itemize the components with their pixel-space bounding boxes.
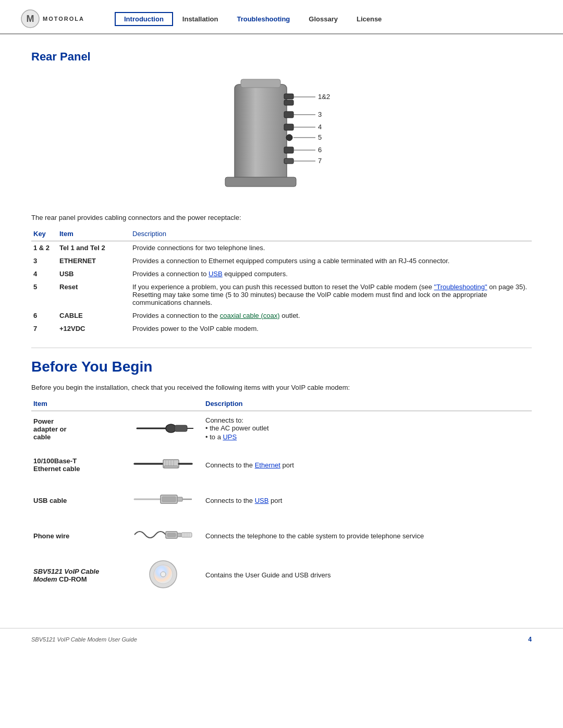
svg-rect-43 [177, 533, 181, 537]
row-desc: If you experience a problem, you can pus… [130, 280, 532, 309]
svg-text:7: 7 [318, 157, 322, 165]
svg-rect-10 [284, 147, 293, 153]
svg-rect-42 [167, 533, 176, 537]
svg-rect-11 [284, 158, 293, 164]
svg-text:1&2: 1&2 [318, 93, 330, 101]
desc-cdrom: Contains the User Guide and USB drivers [203, 553, 532, 597]
item-phone: Phone wire [31, 518, 125, 553]
row-item: Tel 1 and Tel 2 [57, 241, 130, 255]
svg-point-9 [286, 134, 292, 141]
rear-panel-diagram: 1&2 3 4 5 6 7 [182, 74, 381, 199]
img-usb [125, 483, 203, 518]
svg-text:6: 6 [318, 146, 322, 154]
table-row: USB cable Connects to the US [31, 483, 532, 518]
img-phone [125, 518, 203, 553]
svg-rect-26 [175, 425, 187, 431]
desc-ethernet: Connects to the Ethernet port [203, 447, 532, 483]
motorola-text: MOTOROLA [43, 16, 84, 22]
rear-panel-table: Key Item Description 1 & 2 Tel 1 and Tel… [31, 228, 532, 335]
table-row: SBV5121 VoIP CableModem CD-ROM [31, 553, 532, 597]
svg-rect-39 [177, 497, 182, 501]
tab-introduction[interactable]: Introduction [115, 12, 173, 26]
img-ethernet [125, 447, 203, 483]
footer-page: 4 [528, 636, 532, 643]
main-content: Rear Panel [0, 34, 563, 623]
row-item: Reset [57, 280, 130, 309]
tab-installation[interactable]: Installation [173, 12, 228, 26]
row-desc: Provides a connection to Ethernet equipp… [130, 254, 532, 267]
row-key: 1 & 2 [31, 241, 57, 255]
svg-rect-5 [284, 94, 293, 99]
table-row: Phone wire [31, 518, 532, 553]
phone-wire-image [132, 523, 194, 547]
svg-text:M: M [27, 14, 34, 24]
troubleshooting-link[interactable]: "Troubleshooting" [434, 283, 487, 291]
tab-troubleshooting[interactable]: Troubleshooting [227, 12, 299, 26]
row-desc: Provides power to the VoIP cable modem. [130, 322, 532, 335]
rear-panel-description: The rear panel provides cabling connecto… [31, 214, 532, 221]
footer-text: SBV5121 VoIP Cable Modem User Guide [31, 636, 137, 643]
row-key: 6 [31, 309, 57, 322]
img-power [125, 411, 203, 448]
diagram-area: 1&2 3 4 5 6 7 [31, 74, 532, 199]
usb-link2[interactable]: USB [255, 497, 269, 504]
tab-license[interactable]: License [347, 12, 391, 26]
cdrom-image [132, 559, 194, 590]
svg-rect-38 [162, 497, 176, 502]
row-desc: Provides a connection to the coaxial cab… [130, 309, 532, 322]
desc-phone: Connects the telephone to the cable syst… [203, 518, 532, 553]
row-item: ETHERNET [57, 254, 130, 267]
svg-rect-8 [284, 124, 293, 130]
item-power: Poweradapter orcable [31, 411, 125, 448]
motorola-logo: M MOTOROLA [21, 9, 84, 28]
rear-panel-title: Rear Panel [31, 50, 532, 64]
ups-link[interactable]: UPS [223, 433, 237, 441]
svg-point-52 [161, 572, 166, 577]
svg-rect-3 [241, 79, 280, 88]
svg-rect-4 [225, 177, 296, 187]
desc-power: Connects to: the AC power outlet to a UP… [203, 411, 532, 448]
table-row: 5 Reset If you experience a problem, you… [31, 280, 532, 309]
row-desc: Provide connections for two telephone li… [130, 241, 532, 255]
table-row: 10/100Base-TEthernet cable [31, 447, 532, 483]
usb-link[interactable]: USB [209, 270, 223, 278]
row-key: 7 [31, 322, 57, 335]
row-item: +12VDC [57, 322, 130, 335]
before-you-begin-table: Item Description Poweradapter orcable [31, 398, 532, 597]
coax-link[interactable]: coaxial cable (coax) [220, 312, 280, 319]
before-you-begin-title: Before You Begin [31, 359, 532, 375]
svg-rect-6 [284, 100, 293, 105]
row-item: USB [57, 267, 130, 280]
power-cable-image [132, 417, 194, 440]
item-cdrom: SBV5121 VoIP CableModem CD-ROM [31, 553, 125, 597]
table-row: 7 +12VDC Provides power to the VoIP cabl… [31, 322, 532, 335]
desc-usb: Connects to the USB port [203, 483, 532, 518]
ethernet-cable-image [132, 452, 194, 476]
table-row: 1 & 2 Tel 1 and Tel 2 Provide connection… [31, 241, 532, 255]
svg-rect-2 [235, 84, 287, 181]
table-row: Poweradapter orcable Connects to: the AC… [31, 411, 532, 448]
svg-rect-7 [284, 112, 293, 118]
header: M MOTOROLA Introduction Installation Tro… [0, 0, 563, 34]
before-header-img [125, 398, 203, 411]
row-key: 4 [31, 267, 57, 280]
ethernet-link[interactable]: Ethernet [255, 461, 280, 469]
footer: SBV5121 VoIP Cable Modem User Guide 4 [0, 628, 563, 648]
table-row: 6 CABLE Provides a connection to the coa… [31, 309, 532, 322]
table-row: 3 ETHERNET Provides a connection to Ethe… [31, 254, 532, 267]
table-row: 4 USB Provides a connection to USB equip… [31, 267, 532, 280]
nav-tabs: Introduction Installation Troubleshootin… [104, 12, 542, 26]
table-header-item: Item [57, 228, 130, 241]
svg-rect-34 [164, 466, 178, 468]
svg-text:5: 5 [318, 133, 322, 141]
section-divider [31, 348, 532, 348]
row-key: 3 [31, 254, 57, 267]
svg-text:4: 4 [318, 123, 322, 131]
item-ethernet: 10/100Base-TEthernet cable [31, 447, 125, 483]
table-header-desc: Description [130, 228, 532, 241]
before-you-begin-description: Before you begin the installation, check… [31, 384, 532, 391]
row-key: 5 [31, 280, 57, 309]
row-item: CABLE [57, 309, 130, 322]
tab-glossary[interactable]: Glossary [299, 12, 347, 26]
usb-cable-image [132, 488, 194, 511]
